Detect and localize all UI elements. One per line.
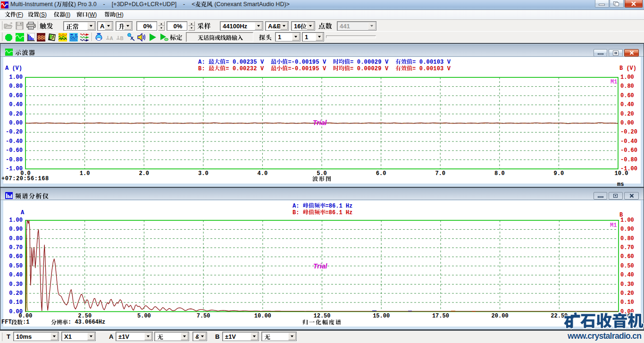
svg-text:B: B [120, 36, 124, 41]
svg-text:A: A [110, 36, 113, 41]
svg-text:DUT: DUT [70, 35, 78, 40]
svg-text:888: 888 [37, 34, 45, 42]
